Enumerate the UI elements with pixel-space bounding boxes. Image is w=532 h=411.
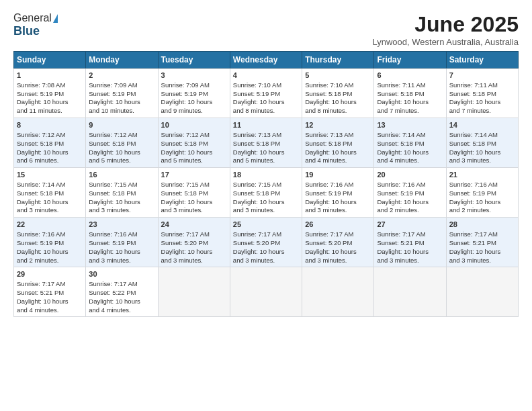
day-number: 26 [305,220,371,230]
day-info-line: and 3 minutes. [233,206,299,215]
day-number: 4 [233,71,299,81]
calendar-cell: 10Sunrise: 7:12 AMSunset: 5:18 PMDayligh… [158,118,230,168]
day-info-line: Sunset: 5:18 PM [449,140,515,148]
day-info-line: and 3 minutes. [161,257,227,265]
day-info-line: Daylight: 10 hours [233,198,299,207]
day-info-line: Daylight: 10 hours [305,148,371,157]
day-info-line: Sunrise: 7:14 AM [377,131,443,140]
day-info-line: Sunset: 5:18 PM [305,90,371,99]
day-number: 27 [377,220,443,230]
day-number: 11 [233,120,299,130]
calendar-cell: 28Sunrise: 7:17 AMSunset: 5:21 PMDayligh… [446,218,518,267]
day-info-line: Sunrise: 7:15 AM [89,181,154,189]
day-info-line: Sunset: 5:18 PM [377,90,443,99]
week-row-3: 15Sunrise: 7:14 AMSunset: 5:18 PMDayligh… [14,168,519,218]
day-info-line: Sunset: 5:19 PM [17,239,83,248]
day-info-line: Daylight: 10 hours [449,248,515,257]
day-info-line: Daylight: 10 hours [89,298,154,306]
day-info-line: and 4 minutes. [377,156,443,165]
day-info-line: Sunset: 5:21 PM [377,239,443,248]
day-info-line: Sunrise: 7:17 AM [17,280,83,289]
day-info-line: Sunrise: 7:16 AM [377,181,443,189]
calendar-cell: 15Sunrise: 7:14 AMSunset: 5:18 PMDayligh… [14,168,86,218]
day-info-line: Daylight: 10 hours [161,98,227,107]
day-info-line: Sunrise: 7:16 AM [449,181,515,189]
calendar-cell: 29Sunrise: 7:17 AMSunset: 5:21 PMDayligh… [14,267,86,317]
calendar-cell: 13Sunrise: 7:14 AMSunset: 5:18 PMDayligh… [374,118,446,168]
day-info-line: Sunset: 5:18 PM [233,140,299,148]
day-info-line: and 4 minutes. [305,156,371,165]
calendar-cell: 30Sunrise: 7:17 AMSunset: 5:22 PMDayligh… [86,267,158,317]
day-info-line: Daylight: 10 hours [161,198,227,207]
col-header-saturday: Saturday [446,52,518,68]
day-info-line: Daylight: 10 hours [161,248,227,257]
calendar-cell: 4Sunrise: 7:10 AMSunset: 5:19 PMDaylight… [230,68,302,118]
day-number: 12 [305,120,371,130]
day-info-line: Sunrise: 7:11 AM [449,81,515,90]
day-info-line: Sunset: 5:21 PM [17,289,83,298]
day-info-line: and 3 minutes. [305,206,371,215]
day-info-line: Sunrise: 7:17 AM [377,230,443,239]
day-info-line: Daylight: 10 hours [17,98,83,107]
calendar-cell: 3Sunrise: 7:09 AMSunset: 5:19 PMDaylight… [158,68,230,118]
day-info-line: and 5 minutes. [233,156,299,165]
day-number: 30 [89,269,154,279]
day-info-line: Daylight: 10 hours [449,98,515,107]
day-info-line: Sunset: 5:18 PM [449,90,515,99]
day-info-line: Daylight: 10 hours [17,248,83,257]
day-info-line: and 8 minutes. [233,107,299,116]
day-info-line: Sunrise: 7:08 AM [17,81,83,90]
day-number: 25 [233,220,299,230]
day-info-line: and 7 minutes. [377,107,443,116]
day-info-line: Daylight: 10 hours [89,98,154,107]
day-number: 8 [17,120,83,130]
day-info-line: Daylight: 10 hours [449,148,515,157]
day-info-line: Sunset: 5:19 PM [89,90,154,99]
col-header-friday: Friday [374,52,446,68]
calendar-cell: 7Sunrise: 7:11 AMSunset: 5:18 PMDaylight… [446,68,518,118]
day-info-line: Daylight: 10 hours [89,148,154,157]
day-info-line: Daylight: 10 hours [449,198,515,207]
calendar-cell: 18Sunrise: 7:15 AMSunset: 5:18 PMDayligh… [230,168,302,218]
col-header-wednesday: Wednesday [230,52,302,68]
calendar-cell [446,267,518,317]
subtitle: Lynwood, Western Australia, Australia [372,37,519,47]
calendar-cell: 5Sunrise: 7:10 AMSunset: 5:18 PMDaylight… [302,68,374,118]
header: General Blue June 2025 Lynwood, Western … [13,12,519,47]
day-number: 23 [89,220,154,230]
day-number: 16 [89,170,154,180]
day-info-line: Sunrise: 7:12 AM [161,131,227,140]
day-info-line: Sunrise: 7:15 AM [161,181,227,189]
day-info-line: Daylight: 10 hours [233,148,299,157]
page: General Blue June 2025 Lynwood, Western … [0,0,532,411]
day-info-line: Sunset: 5:20 PM [233,239,299,248]
day-info-line: Sunrise: 7:13 AM [305,131,371,140]
day-info-line: Sunset: 5:21 PM [449,239,515,248]
calendar-table: SundayMondayTuesdayWednesdayThursdayFrid… [13,51,519,317]
day-info-line: and 7 minutes. [449,107,515,116]
day-info-line: and 5 minutes. [161,156,227,165]
day-info-line: and 4 minutes. [89,306,154,315]
calendar-cell: 2Sunrise: 7:09 AMSunset: 5:19 PMDaylight… [86,68,158,118]
day-info-line: Daylight: 10 hours [377,98,443,107]
day-info-line: Daylight: 10 hours [233,98,299,107]
day-info-line: and 8 minutes. [305,107,371,116]
calendar-cell [230,267,302,317]
day-info-line: Sunset: 5:18 PM [161,189,227,198]
day-info-line: Sunrise: 7:09 AM [161,81,227,90]
day-number: 19 [305,170,371,180]
day-info-line: Daylight: 10 hours [233,248,299,257]
day-info-line: Sunset: 5:18 PM [17,189,83,198]
day-number: 24 [161,220,227,230]
calendar-cell: 19Sunrise: 7:16 AMSunset: 5:19 PMDayligh… [302,168,374,218]
day-info-line: Sunrise: 7:17 AM [233,230,299,239]
calendar-cell: 8Sunrise: 7:12 AMSunset: 5:18 PMDaylight… [14,118,86,168]
day-number: 3 [161,71,227,81]
day-info-line: Sunset: 5:19 PM [305,189,371,198]
day-info-line: and 6 minutes. [17,156,83,165]
day-number: 1 [17,71,83,81]
logo-blue-text: Blue [13,24,40,38]
day-info-line: Sunrise: 7:12 AM [17,131,83,140]
day-info-line: Daylight: 10 hours [17,148,83,157]
day-info-line: Daylight: 10 hours [89,248,154,257]
